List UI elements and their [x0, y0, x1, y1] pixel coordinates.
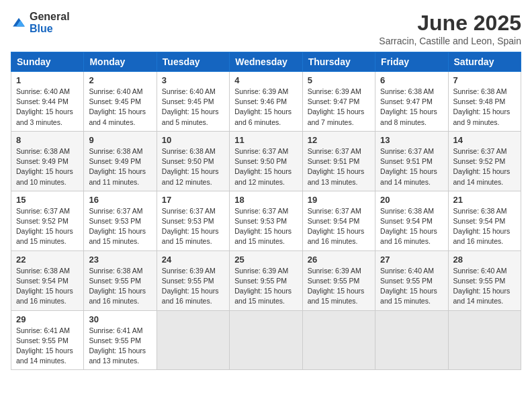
day-number: 24	[162, 255, 224, 265]
day-number: 22	[16, 255, 79, 265]
day-info: Sunrise: 6:38 AMSunset: 9:50 PMDaylight:…	[162, 146, 224, 187]
calendar-day-cell: 12Sunrise: 6:37 AMSunset: 9:51 PMDayligh…	[302, 131, 375, 191]
daylight-text: Daylight: 15 hours and 14 minutes.	[380, 167, 437, 185]
calendar-day-cell	[375, 310, 448, 370]
sunrise-text: Sunrise: 6:38 AM	[380, 87, 434, 95]
calendar-day-cell: 9Sunrise: 6:38 AMSunset: 9:49 PMDaylight…	[84, 131, 157, 191]
sunset-text: Sunset: 9:54 PM	[308, 217, 360, 225]
sunrise-text: Sunrise: 6:37 AM	[308, 147, 361, 155]
sunrise-text: Sunrise: 6:41 AM	[16, 326, 70, 334]
calendar-day-cell: 6Sunrise: 6:38 AMSunset: 9:47 PMDaylight…	[375, 72, 448, 132]
calendar-day-cell: 15Sunrise: 6:37 AMSunset: 9:52 PMDayligh…	[11, 191, 84, 250]
sunset-text: Sunset: 9:54 PM	[16, 277, 69, 285]
daylight-text: Daylight: 15 hours and 5 minutes.	[162, 107, 219, 126]
sunrise-text: Sunrise: 6:39 AM	[308, 87, 361, 95]
calendar-day-cell: 4Sunrise: 6:39 AMSunset: 9:46 PMDaylight…	[230, 72, 302, 132]
sunset-text: Sunset: 9:55 PM	[453, 277, 506, 285]
sunset-text: Sunset: 9:53 PM	[89, 217, 141, 225]
sunset-text: Sunset: 9:53 PM	[162, 217, 214, 225]
daylight-text: Daylight: 15 hours and 16 minutes.	[16, 287, 73, 305]
sunset-text: Sunset: 9:46 PM	[234, 97, 287, 105]
day-info: Sunrise: 6:37 AMSunset: 9:52 PMDaylight:…	[453, 146, 516, 187]
daylight-text: Daylight: 15 hours and 8 minutes.	[380, 107, 437, 126]
sunrise-text: Sunrise: 6:37 AM	[16, 207, 70, 215]
daylight-text: Daylight: 15 hours and 12 minutes.	[234, 167, 292, 185]
calendar-day-cell: 1Sunrise: 6:40 AMSunset: 9:44 PMDaylight…	[11, 72, 84, 132]
daylight-text: Daylight: 15 hours and 14 minutes.	[16, 347, 73, 365]
day-info: Sunrise: 6:38 AMSunset: 9:49 PMDaylight:…	[89, 146, 151, 187]
sunset-text: Sunset: 9:47 PM	[380, 97, 433, 105]
calendar-day-cell	[302, 310, 375, 370]
daylight-text: Daylight: 15 hours and 14 minutes.	[453, 167, 511, 185]
day-info: Sunrise: 6:41 AMSunset: 9:55 PMDaylight:…	[16, 326, 79, 367]
sunset-text: Sunset: 9:51 PM	[308, 157, 360, 165]
sunset-text: Sunset: 9:50 PM	[234, 157, 287, 165]
logo-icon	[11, 15, 27, 31]
daylight-text: Daylight: 15 hours and 15 minutes.	[234, 227, 292, 245]
daylight-text: Daylight: 15 hours and 15 minutes.	[16, 227, 73, 245]
calendar-day-cell: 26Sunrise: 6:39 AMSunset: 9:55 PMDayligh…	[302, 250, 375, 310]
calendar-day-cell	[230, 310, 302, 370]
calendar-day-cell: 20Sunrise: 6:38 AMSunset: 9:54 PMDayligh…	[375, 191, 448, 250]
sunrise-text: Sunrise: 6:38 AM	[89, 267, 142, 275]
logo-blue-text: Blue	[30, 23, 53, 34]
day-number: 17	[162, 195, 224, 205]
sunrise-text: Sunrise: 6:37 AM	[234, 147, 288, 155]
sunrise-text: Sunrise: 6:40 AM	[453, 267, 507, 275]
sunset-text: Sunset: 9:49 PM	[89, 157, 141, 165]
daylight-text: Daylight: 15 hours and 14 minutes.	[453, 287, 511, 305]
calendar-day-cell: 3Sunrise: 6:40 AMSunset: 9:45 PMDaylight…	[157, 72, 229, 132]
calendar-day-cell: 2Sunrise: 6:40 AMSunset: 9:45 PMDaylight…	[84, 72, 157, 132]
day-info: Sunrise: 6:37 AMSunset: 9:53 PMDaylight:…	[89, 206, 151, 247]
sunrise-text: Sunrise: 6:37 AM	[89, 207, 142, 215]
calendar-day-cell: 18Sunrise: 6:37 AMSunset: 9:53 PMDayligh…	[230, 191, 302, 250]
day-number: 19	[308, 195, 370, 205]
sunset-text: Sunset: 9:45 PM	[162, 97, 214, 105]
sunrise-text: Sunrise: 6:40 AM	[16, 87, 70, 95]
day-number: 14	[453, 135, 516, 145]
sunset-text: Sunset: 9:52 PM	[16, 217, 69, 225]
sunrise-text: Sunrise: 6:40 AM	[89, 87, 142, 95]
day-info: Sunrise: 6:39 AMSunset: 9:55 PMDaylight:…	[308, 266, 370, 307]
calendar-day-cell: 7Sunrise: 6:38 AMSunset: 9:48 PMDaylight…	[448, 72, 521, 132]
day-info: Sunrise: 6:37 AMSunset: 9:54 PMDaylight:…	[308, 206, 370, 247]
calendar-day-cell: 22Sunrise: 6:38 AMSunset: 9:54 PMDayligh…	[11, 250, 84, 310]
sunset-text: Sunset: 9:50 PM	[162, 157, 214, 165]
daylight-text: Daylight: 15 hours and 15 minutes.	[162, 227, 219, 245]
calendar-day-cell: 17Sunrise: 6:37 AMSunset: 9:53 PMDayligh…	[157, 191, 229, 250]
logo: General Blue	[11, 11, 70, 35]
sunset-text: Sunset: 9:51 PM	[380, 157, 433, 165]
day-info: Sunrise: 6:39 AMSunset: 9:47 PMDaylight:…	[308, 87, 370, 128]
day-info: Sunrise: 6:39 AMSunset: 9:46 PMDaylight:…	[234, 87, 297, 128]
day-number: 9	[89, 135, 151, 145]
sunrise-text: Sunrise: 6:39 AM	[308, 267, 361, 275]
day-number: 2	[89, 75, 151, 85]
day-info: Sunrise: 6:38 AMSunset: 9:49 PMDaylight:…	[16, 146, 79, 187]
day-number: 30	[89, 314, 151, 324]
day-number: 10	[162, 135, 224, 145]
sunset-text: Sunset: 9:55 PM	[308, 277, 360, 285]
main-title: June 2025	[379, 11, 521, 36]
sunrise-text: Sunrise: 6:37 AM	[453, 147, 507, 155]
sunrise-text: Sunrise: 6:37 AM	[162, 207, 216, 215]
sunrise-text: Sunrise: 6:39 AM	[234, 267, 288, 275]
sunrise-text: Sunrise: 6:38 AM	[16, 267, 70, 275]
day-number: 15	[16, 195, 79, 205]
day-info: Sunrise: 6:39 AMSunset: 9:55 PMDaylight:…	[234, 266, 297, 307]
calendar-day-cell: 23Sunrise: 6:38 AMSunset: 9:55 PMDayligh…	[84, 250, 157, 310]
day-info: Sunrise: 6:37 AMSunset: 9:53 PMDaylight:…	[234, 206, 297, 247]
daylight-text: Daylight: 15 hours and 7 minutes.	[308, 107, 365, 126]
sunrise-text: Sunrise: 6:38 AM	[89, 147, 142, 155]
calendar-day-cell: 10Sunrise: 6:38 AMSunset: 9:50 PMDayligh…	[157, 131, 229, 191]
day-number: 18	[234, 195, 297, 205]
day-info: Sunrise: 6:40 AMSunset: 9:45 PMDaylight:…	[162, 87, 224, 128]
sunrise-text: Sunrise: 6:38 AM	[16, 147, 70, 155]
calendar-table: SundayMondayTuesdayWednesdayThursdayFrid…	[11, 52, 521, 370]
daylight-text: Daylight: 15 hours and 16 minutes.	[308, 227, 365, 245]
daylight-text: Daylight: 15 hours and 16 minutes.	[89, 287, 146, 305]
day-of-week-header: Saturday	[448, 52, 521, 72]
day-info: Sunrise: 6:37 AMSunset: 9:51 PMDaylight:…	[380, 146, 443, 187]
sunrise-text: Sunrise: 6:38 AM	[380, 207, 434, 215]
calendar-day-cell	[448, 310, 521, 370]
sunrise-text: Sunrise: 6:40 AM	[162, 87, 216, 95]
